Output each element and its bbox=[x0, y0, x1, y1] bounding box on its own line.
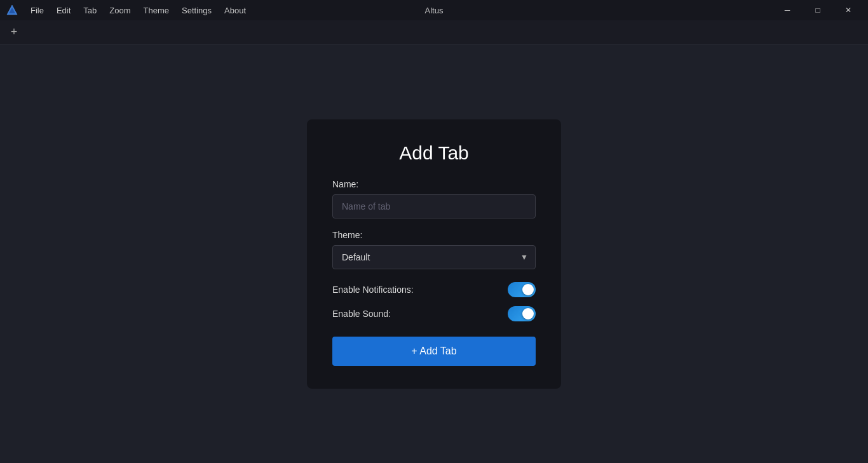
notifications-track bbox=[508, 282, 536, 297]
sound-label: Enable Sound: bbox=[332, 309, 391, 319]
main-content: Add Tab Name: Theme: Default Dark Light … bbox=[0, 44, 868, 463]
close-button[interactable]: ✕ bbox=[834, 0, 863, 20]
maximize-button[interactable]: □ bbox=[803, 0, 832, 20]
notifications-thumb bbox=[522, 284, 534, 295]
notifications-row: Enable Notifications: bbox=[332, 282, 536, 297]
notifications-label: Enable Notifications: bbox=[332, 285, 414, 295]
name-label: Name: bbox=[332, 179, 536, 189]
notifications-toggle[interactable] bbox=[508, 282, 536, 297]
menu-bar: File Edit Tab Zoom Theme Settings About bbox=[24, 3, 773, 18]
menu-theme[interactable]: Theme bbox=[137, 3, 175, 18]
add-tab-icon-button[interactable]: + bbox=[5, 23, 23, 41]
app-logo bbox=[5, 3, 19, 17]
theme-section: Theme: Default Dark Light ▼ bbox=[332, 230, 536, 269]
app-title: Altus bbox=[425, 6, 444, 15]
menu-tab[interactable]: Tab bbox=[77, 3, 103, 18]
tab-bar: + bbox=[0, 20, 868, 44]
sound-thumb bbox=[522, 308, 534, 319]
title-bar: File Edit Tab Zoom Theme Settings About … bbox=[0, 0, 868, 20]
sound-row: Enable Sound: bbox=[332, 306, 536, 321]
dialog-title: Add Tab bbox=[332, 142, 536, 164]
add-tab-button[interactable]: + Add Tab bbox=[332, 337, 536, 366]
sound-track bbox=[508, 306, 536, 321]
menu-file[interactable]: File bbox=[24, 3, 50, 18]
menu-edit[interactable]: Edit bbox=[50, 3, 77, 18]
theme-select-wrapper: Default Dark Light ▼ bbox=[332, 245, 536, 269]
theme-select[interactable]: Default Dark Light bbox=[332, 245, 536, 269]
minimize-button[interactable]: ─ bbox=[773, 0, 802, 20]
menu-about[interactable]: About bbox=[218, 3, 252, 18]
add-tab-dialog: Add Tab Name: Theme: Default Dark Light … bbox=[307, 119, 561, 389]
window-controls: ─ □ ✕ bbox=[773, 0, 863, 20]
sound-toggle[interactable] bbox=[508, 306, 536, 321]
menu-zoom[interactable]: Zoom bbox=[103, 3, 137, 18]
theme-label: Theme: bbox=[332, 230, 536, 240]
menu-settings[interactable]: Settings bbox=[175, 3, 218, 18]
name-input[interactable] bbox=[332, 194, 536, 218]
